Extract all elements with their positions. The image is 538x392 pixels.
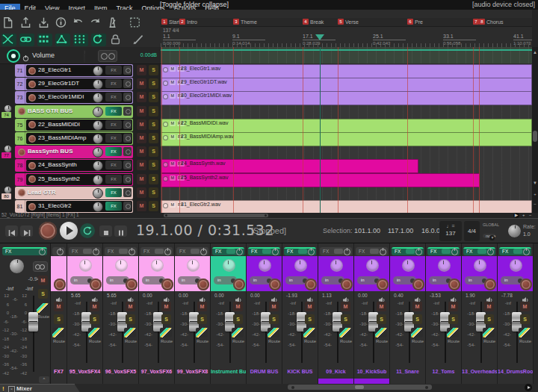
track-body[interactable]: 81 31_ElecGtr2 FX [15, 200, 133, 213]
track-solo-button[interactable]: S [149, 65, 158, 75]
go-to-start-button[interactable] [5, 225, 18, 237]
fx-power-icon[interactable] [39, 249, 46, 255]
track-fx-button[interactable]: FX [105, 79, 122, 88]
timeline-marker[interactable]: 6Pre [407, 19, 423, 25]
track-volume-knob[interactable] [93, 66, 103, 76]
fx-slider-knob[interactable] [370, 249, 379, 254]
strip-solo-button[interactable]: S [197, 314, 207, 324]
audio-item[interactable]: MFX 22_BassMIDIDI.wav [161, 119, 532, 133]
mixer-scroll-thumb[interactable] [355, 385, 364, 389]
strip-record-arm[interactable] [161, 279, 173, 290]
global-automation-control[interactable]: GLOBAL none▼ [483, 223, 505, 240]
menu-toggle-folder-collapse[interactable]: [Toggle folder collapse] [160, 0, 229, 10]
strip-route-icon[interactable] [411, 328, 423, 337]
strip-name[interactable]: DRUM BUS [247, 369, 282, 374]
strip-pan-knob[interactable] [187, 259, 200, 272]
strip-mute-button[interactable]: M [484, 302, 494, 311]
strip-volume-value[interactable]: 1.90 [466, 293, 475, 298]
strip-record-arm[interactable] [305, 279, 317, 290]
mixer-strip[interactable]: FX in -inf-18--30--42--54- M S Route FX7 [51, 243, 67, 384]
strip-volume-value[interactable]: 1.13 [322, 293, 332, 298]
item-mute-icon[interactable]: M [170, 161, 176, 167]
marquee-select-icon[interactable] [129, 16, 143, 29]
item-mute-icon[interactable]: M [170, 202, 176, 208]
zoom-out-vertical-icon[interactable]: − [532, 201, 538, 207]
strip-volume-value[interactable]: 0.00 [250, 293, 260, 298]
global-automation-dropdown[interactable]: none▼ [483, 234, 495, 238]
strip-fx-button[interactable]: FX [320, 247, 352, 255]
item-grouping-icon[interactable] [37, 34, 52, 46]
strip-route-icon[interactable] [160, 328, 172, 337]
track-solo-button[interactable]: S [149, 92, 158, 102]
strip-route-icon[interactable] [339, 328, 351, 337]
strip-name[interactable]: FX7 [51, 369, 67, 374]
track-mute-button[interactable]: M [137, 106, 146, 116]
track-fx-bypass-button[interactable] [123, 202, 132, 211]
track-solo-button[interactable]: S [149, 201, 158, 211]
strip-route-icon[interactable] [483, 328, 495, 337]
timeline-marker[interactable]: 5Verse [338, 19, 359, 25]
strip-solo-button[interactable]: S [377, 314, 386, 324]
strip-name[interactable]: 13_Overheads [462, 369, 497, 374]
record-arm-button[interactable] [28, 121, 36, 128]
audio-item[interactable]: MFX 29_ElecGtr1DT.wav [161, 78, 532, 92]
audio-item[interactable]: MFX 28_ElecGtr1.wav [161, 64, 532, 78]
item-mute-icon[interactable]: M [170, 66, 176, 72]
strip-volume-value[interactable]: -1.93 [286, 293, 297, 298]
track-body[interactable]: 77 BassSynth BUS FX [15, 146, 133, 158]
track-volume-knob[interactable] [93, 202, 103, 212]
scroll-up-icon[interactable]: ▲ [532, 49, 538, 55]
fx-power-icon[interactable] [93, 249, 99, 255]
edit-cursor-handle[interactable] [315, 34, 324, 40]
strip-pan-knob[interactable] [366, 259, 379, 272]
strip-record-arm[interactable] [269, 279, 281, 290]
strip-solo-button[interactable]: S [412, 314, 422, 324]
strip-name[interactable]: 10_KickSub [354, 369, 389, 374]
track-body[interactable]: 71 28_ElecGtr1 FX [15, 64, 133, 77]
envelope-value-knob[interactable] [84, 49, 85, 63]
track-mute-button[interactable]: M [137, 201, 146, 211]
strip-record-arm[interactable] [484, 279, 496, 290]
strip-volume-value[interactable]: -7.78 [501, 293, 513, 298]
strip-pan-knob[interactable] [510, 259, 522, 272]
fx-slider-knob[interactable] [513, 249, 522, 254]
strip-record-arm[interactable] [412, 279, 424, 290]
track-solo-button[interactable]: S [149, 106, 158, 116]
record-mode-icon[interactable] [108, 53, 115, 60]
track-body[interactable]: 78 24_BassSynth FX [15, 159, 133, 172]
record-arm-button[interactable] [18, 189, 25, 196]
strip-fx-button[interactable]: FX [140, 247, 173, 255]
master-strip[interactable]: FX -0.94dB -inf -inf 1260-6--12-18-24-30… [0, 243, 51, 384]
strip-route-icon[interactable] [519, 328, 531, 337]
fx-slider-knob[interactable] [477, 249, 486, 254]
strip-record-arm[interactable] [197, 279, 209, 290]
strip-name[interactable]: 14_DrumsRoom [498, 369, 533, 374]
fx-power-icon[interactable] [487, 249, 494, 255]
mixer-strip[interactable]: FX in 5.65 -inf-18--30--42--54- M S Rout… [103, 243, 139, 384]
mixer-scroll-right-icon[interactable] [525, 384, 532, 391]
master-fx-button[interactable]: FX [2, 247, 47, 255]
strip-fx-button[interactable]: FX [356, 247, 388, 255]
zoom-in-icon[interactable]: + [522, 213, 525, 218]
fx-slider-knob[interactable] [191, 249, 200, 254]
project-settings-icon[interactable] [55, 16, 69, 29]
strip-solo-button[interactable]: S [520, 314, 530, 324]
timeline-ruler[interactable]: 1Start 2Intro 3Theme 4Break 5Verse 6Pre … [161, 10, 532, 47]
track-row[interactable]: 73 73 30_ElecGtr1MIDI FX M S [0, 91, 161, 104]
track-solo-button[interactable]: S [149, 160, 158, 170]
item-lock-icon[interactable] [163, 203, 168, 208]
strip-name[interactable]: 12_Toms [426, 369, 461, 374]
fx-power-icon[interactable] [308, 249, 315, 255]
strip-pan-knob[interactable] [79, 259, 92, 272]
strip-route-icon[interactable] [268, 328, 279, 337]
track-fx-button[interactable]: FX [105, 188, 122, 197]
timeline-marker[interactable]: 2Intro [179, 19, 197, 25]
item-lock-icon[interactable] [163, 81, 168, 86]
envelope-settings-buttons[interactable] [98, 50, 117, 62]
audio-item[interactable]: MFX 30_ElecGtr1MIDI.wav [161, 91, 532, 105]
time-signature[interactable]: 4/4 [464, 221, 480, 241]
strip-fx-button[interactable]: FX [427, 247, 460, 255]
mixer-strip[interactable]: FX in 0.00 -inf-18--30--42--54- M S Rout… [139, 243, 175, 384]
track-mute-button[interactable]: M [137, 160, 146, 170]
strip-record-arm[interactable] [54, 279, 66, 290]
